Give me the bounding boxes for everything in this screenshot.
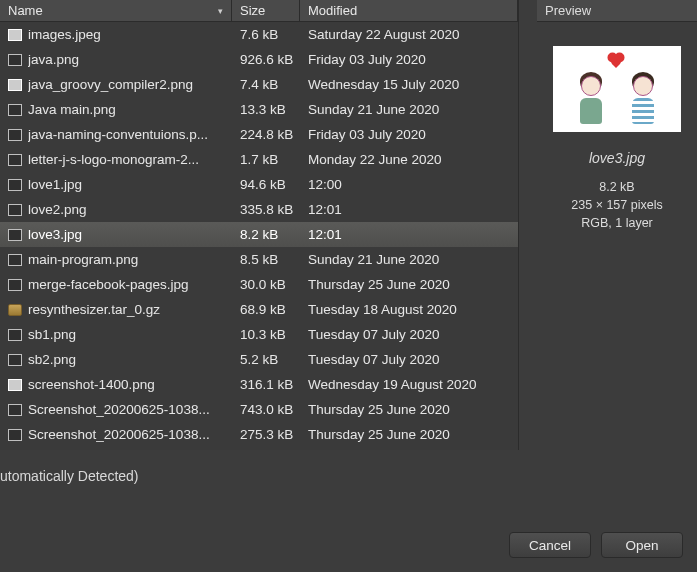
heart-icon xyxy=(609,54,623,68)
image-icon xyxy=(8,279,22,291)
file-name: love1.jpg xyxy=(28,177,82,192)
file-row[interactable]: love1.jpg94.6 kB12:00 xyxy=(0,172,518,197)
file-modified: Sunday 21 June 2020 xyxy=(300,252,518,267)
file-row[interactable]: java-naming-conventuions.p...224.8 kBFri… xyxy=(0,122,518,147)
file-name: Java main.png xyxy=(28,102,116,117)
file-name: sb2.png xyxy=(28,352,76,367)
file-rows: images.jpeg7.6 kBSaturday 22 August 2020… xyxy=(0,22,518,450)
preview-thumbnail xyxy=(553,46,681,132)
file-name: love3.jpg xyxy=(28,227,82,242)
file-row[interactable]: love2.png335.8 kB12:01 xyxy=(0,197,518,222)
file-size: 224.8 kB xyxy=(232,127,300,142)
column-header-size[interactable]: Size xyxy=(232,0,300,21)
preview-figure-right xyxy=(631,72,655,124)
file-size: 94.6 kB xyxy=(232,177,300,192)
file-name: screenshot-1400.png xyxy=(28,377,155,392)
file-size: 13.3 kB xyxy=(232,102,300,117)
file-modified: Monday 22 June 2020 xyxy=(300,152,518,167)
file-modified: Sunday 21 June 2020 xyxy=(300,102,518,117)
file-size: 275.3 kB xyxy=(232,427,300,442)
file-modified: Thursday 25 June 2020 xyxy=(300,402,518,417)
file-list-panel: Name ▾ Size Modified images.jpeg7.6 kBSa… xyxy=(0,0,519,450)
file-name: java_groovy_compiler2.png xyxy=(28,77,193,92)
image-icon xyxy=(8,29,22,41)
file-modified: 12:01 xyxy=(300,227,518,242)
column-header-name[interactable]: Name ▾ xyxy=(0,0,232,21)
file-name: java-naming-conventuions.p... xyxy=(28,127,208,142)
image-icon xyxy=(8,229,22,241)
image-icon xyxy=(8,329,22,341)
file-size: 8.5 kB xyxy=(232,252,300,267)
file-row[interactable]: Screenshot_20200625-1038...743.0 kBThurs… xyxy=(0,397,518,422)
file-name: main-program.png xyxy=(28,252,138,267)
file-name: love2.png xyxy=(28,202,87,217)
file-row[interactable]: java.png926.6 kBFriday 03 July 2020 xyxy=(0,47,518,72)
file-size: 7.4 kB xyxy=(232,77,300,92)
column-header-modified-label: Modified xyxy=(308,3,357,18)
file-row[interactable]: screenshot-1400.png316.1 kBWednesday 19 … xyxy=(0,372,518,397)
preview-header: Preview xyxy=(537,0,697,22)
file-name: resynthesizer.tar_0.gz xyxy=(28,302,160,317)
open-button[interactable]: Open xyxy=(601,532,683,558)
filetype-hint: utomatically Detected) xyxy=(0,468,139,484)
image-icon xyxy=(8,204,22,216)
preview-header-label: Preview xyxy=(545,3,591,18)
cancel-button-label: Cancel xyxy=(529,538,571,553)
file-modified: Saturday 22 August 2020 xyxy=(300,27,518,42)
file-row[interactable]: love3.jpg8.2 kB12:01 xyxy=(0,222,518,247)
column-header-size-label: Size xyxy=(240,3,265,18)
file-name: Screenshot_20200625-1038... xyxy=(28,402,210,417)
file-row[interactable]: images.jpeg7.6 kBSaturday 22 August 2020 xyxy=(0,22,518,47)
column-header-row: Name ▾ Size Modified xyxy=(0,0,518,22)
image-icon xyxy=(8,104,22,116)
column-header-name-label: Name xyxy=(8,3,43,18)
file-size: 30.0 kB xyxy=(232,277,300,292)
file-modified: Wednesday 15 July 2020 xyxy=(300,77,518,92)
file-modified: Tuesday 07 July 2020 xyxy=(300,352,518,367)
file-size: 743.0 kB xyxy=(232,402,300,417)
file-modified: Wednesday 19 August 2020 xyxy=(300,377,518,392)
file-size: 926.6 kB xyxy=(232,52,300,67)
file-size: 8.2 kB xyxy=(232,227,300,242)
file-row[interactable]: sb2.png5.2 kBTuesday 07 July 2020 xyxy=(0,347,518,372)
file-modified: Tuesday 07 July 2020 xyxy=(300,327,518,342)
file-modified: 12:00 xyxy=(300,177,518,192)
file-row[interactable]: letter-j-s-logo-monogram-2...1.7 kBMonda… xyxy=(0,147,518,172)
cancel-button[interactable]: Cancel xyxy=(509,532,591,558)
file-modified: Thursday 25 June 2020 xyxy=(300,277,518,292)
file-modified: 12:01 xyxy=(300,202,518,217)
column-header-modified[interactable]: Modified xyxy=(300,0,518,21)
file-row[interactable]: Screenshot_20200625-1038...275.3 kBThurs… xyxy=(0,422,518,447)
file-row[interactable]: java_groovy_compiler2.png7.4 kBWednesday… xyxy=(0,72,518,97)
file-name: letter-j-s-logo-monogram-2... xyxy=(28,152,199,167)
file-row[interactable]: Screenshot_20200625-1039...577.7 kBThurs… xyxy=(0,447,518,450)
image-icon xyxy=(8,154,22,166)
image-icon xyxy=(8,254,22,266)
file-row[interactable]: merge-facebook-pages.jpg30.0 kBThursday … xyxy=(0,272,518,297)
preview-metadata: 8.2 kB 235 × 157 pixels RGB, 1 layer xyxy=(571,178,662,232)
file-size: 316.1 kB xyxy=(232,377,300,392)
preview-panel: Preview love3.jpg 8.2 kB 235 × 157 pixel… xyxy=(537,0,697,450)
archive-icon xyxy=(8,304,22,316)
file-row[interactable]: main-program.png8.5 kBSunday 21 June 202… xyxy=(0,247,518,272)
file-row[interactable]: resynthesizer.tar_0.gz68.9 kBTuesday 18 … xyxy=(0,297,518,322)
file-modified: Friday 03 July 2020 xyxy=(300,127,518,142)
image-icon xyxy=(8,79,22,91)
preview-figure-left xyxy=(579,72,603,124)
file-name: java.png xyxy=(28,52,79,67)
image-icon xyxy=(8,54,22,66)
file-row[interactable]: Java main.png13.3 kBSunday 21 June 2020 xyxy=(0,97,518,122)
preview-mode: RGB, 1 layer xyxy=(571,214,662,232)
file-row[interactable]: sb1.png10.3 kBTuesday 07 July 2020 xyxy=(0,322,518,347)
image-icon xyxy=(8,429,22,441)
dialog-button-row: Cancel Open xyxy=(509,532,683,558)
image-icon xyxy=(8,179,22,191)
file-size: 335.8 kB xyxy=(232,202,300,217)
file-name: Screenshot_20200625-1038... xyxy=(28,427,210,442)
image-icon xyxy=(8,379,22,391)
file-modified: Thursday 25 June 2020 xyxy=(300,427,518,442)
preview-size: 8.2 kB xyxy=(571,178,662,196)
image-icon xyxy=(8,129,22,141)
file-size: 1.7 kB xyxy=(232,152,300,167)
file-size: 68.9 kB xyxy=(232,302,300,317)
